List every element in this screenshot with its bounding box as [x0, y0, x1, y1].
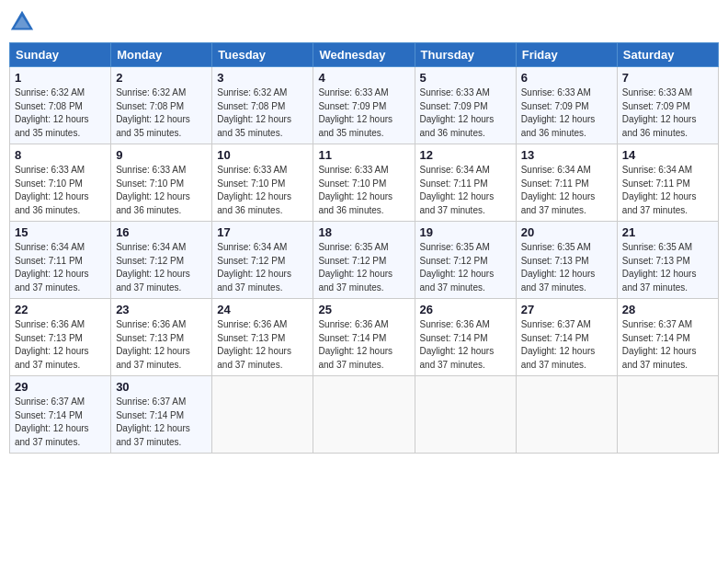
cell-info: Sunrise: 6:34 AMSunset: 7:12 PMDaylight:… — [116, 242, 190, 293]
cell-info: Sunrise: 6:36 AMSunset: 7:13 PMDaylight:… — [15, 319, 89, 370]
calendar-cell: 30Sunrise: 6:37 AMSunset: 7:14 PMDayligh… — [111, 376, 212, 454]
cell-info: Sunrise: 6:35 AMSunset: 7:12 PMDaylight:… — [420, 242, 495, 293]
day-number: 16 — [116, 225, 207, 239]
day-number: 13 — [521, 148, 612, 162]
calendar-cell: 6Sunrise: 6:33 AMSunset: 7:09 PMDaylight… — [516, 67, 617, 144]
calendar-cell — [415, 376, 516, 454]
calendar-week-row: 15Sunrise: 6:34 AMSunset: 7:11 PMDayligh… — [10, 222, 719, 299]
cell-info: Sunrise: 6:36 AMSunset: 7:13 PMDaylight:… — [116, 319, 190, 370]
cell-info: Sunrise: 6:35 AMSunset: 7:13 PMDaylight:… — [521, 242, 596, 293]
calendar-cell — [212, 376, 313, 454]
cell-info: Sunrise: 6:34 AMSunset: 7:12 PMDaylight:… — [217, 242, 291, 293]
day-number: 14 — [622, 148, 713, 162]
calendar-cell — [516, 376, 617, 454]
day-number: 8 — [15, 148, 106, 162]
calendar-cell: 27Sunrise: 6:37 AMSunset: 7:14 PMDayligh… — [516, 299, 617, 376]
day-number: 30 — [116, 380, 207, 394]
cell-info: Sunrise: 6:36 AMSunset: 7:14 PMDaylight:… — [420, 319, 495, 370]
day-number: 18 — [318, 225, 409, 239]
calendar-cell: 22Sunrise: 6:36 AMSunset: 7:13 PMDayligh… — [10, 299, 111, 376]
day-number: 27 — [521, 303, 612, 316]
day-number: 9 — [116, 148, 207, 162]
calendar-cell: 5Sunrise: 6:33 AMSunset: 7:09 PMDaylight… — [415, 67, 516, 144]
day-number: 23 — [116, 303, 207, 316]
calendar-cell — [617, 376, 718, 454]
calendar-cell: 17Sunrise: 6:34 AMSunset: 7:12 PMDayligh… — [212, 222, 313, 299]
calendar-cell: 14Sunrise: 6:34 AMSunset: 7:11 PMDayligh… — [617, 144, 718, 222]
cell-info: Sunrise: 6:37 AMSunset: 7:14 PMDaylight:… — [116, 396, 190, 447]
cell-info: Sunrise: 6:36 AMSunset: 7:13 PMDaylight:… — [217, 319, 291, 370]
logo-icon — [9, 9, 35, 35]
calendar-week-row: 29Sunrise: 6:37 AMSunset: 7:14 PMDayligh… — [10, 376, 719, 454]
calendar-cell: 9Sunrise: 6:33 AMSunset: 7:10 PMDaylight… — [111, 144, 212, 222]
calendar-cell: 21Sunrise: 6:35 AMSunset: 7:13 PMDayligh… — [617, 222, 718, 299]
calendar-cell: 11Sunrise: 6:33 AMSunset: 7:10 PMDayligh… — [313, 144, 415, 222]
cell-info: Sunrise: 6:37 AMSunset: 7:14 PMDaylight:… — [521, 319, 596, 370]
calendar-cell: 24Sunrise: 6:36 AMSunset: 7:13 PMDayligh… — [212, 299, 313, 376]
day-number: 4 — [318, 71, 409, 85]
day-number: 15 — [15, 225, 106, 239]
day-number: 2 — [116, 71, 207, 85]
day-number: 3 — [217, 71, 308, 85]
day-number: 5 — [420, 71, 511, 85]
cell-info: Sunrise: 6:33 AMSunset: 7:09 PMDaylight:… — [318, 87, 392, 138]
day-number: 26 — [420, 303, 511, 316]
calendar-day-header: Tuesday — [212, 43, 313, 67]
page-wrapper: SundayMondayTuesdayWednesdayThursdayFrid… — [9, 9, 719, 454]
calendar-day-header: Sunday — [10, 43, 111, 67]
cell-info: Sunrise: 6:32 AMSunset: 7:08 PMDaylight:… — [217, 87, 291, 138]
day-number: 28 — [622, 303, 713, 316]
calendar-cell: 10Sunrise: 6:33 AMSunset: 7:10 PMDayligh… — [212, 144, 313, 222]
day-number: 6 — [521, 71, 612, 85]
day-number: 19 — [420, 225, 511, 239]
calendar-day-header: Saturday — [617, 43, 718, 67]
calendar-cell: 1Sunrise: 6:32 AMSunset: 7:08 PMDaylight… — [10, 67, 111, 144]
cell-info: Sunrise: 6:33 AMSunset: 7:09 PMDaylight:… — [622, 87, 697, 138]
calendar-cell: 23Sunrise: 6:36 AMSunset: 7:13 PMDayligh… — [111, 299, 212, 376]
day-number: 25 — [318, 303, 409, 316]
cell-info: Sunrise: 6:34 AMSunset: 7:11 PMDaylight:… — [521, 165, 596, 215]
cell-info: Sunrise: 6:33 AMSunset: 7:10 PMDaylight:… — [318, 165, 392, 215]
calendar-cell: 29Sunrise: 6:37 AMSunset: 7:14 PMDayligh… — [10, 376, 111, 454]
cell-info: Sunrise: 6:32 AMSunset: 7:08 PMDaylight:… — [15, 87, 89, 138]
calendar-cell: 25Sunrise: 6:36 AMSunset: 7:14 PMDayligh… — [313, 299, 415, 376]
calendar-week-row: 22Sunrise: 6:36 AMSunset: 7:13 PMDayligh… — [10, 299, 719, 376]
day-number: 11 — [318, 148, 409, 162]
cell-info: Sunrise: 6:34 AMSunset: 7:11 PMDaylight:… — [622, 165, 697, 215]
day-number: 21 — [622, 225, 713, 239]
calendar-cell: 3Sunrise: 6:32 AMSunset: 7:08 PMDaylight… — [212, 67, 313, 144]
calendar-cell: 13Sunrise: 6:34 AMSunset: 7:11 PMDayligh… — [516, 144, 617, 222]
cell-info: Sunrise: 6:33 AMSunset: 7:10 PMDaylight:… — [116, 165, 190, 215]
calendar-cell — [313, 376, 415, 454]
calendar-header-row: SundayMondayTuesdayWednesdayThursdayFrid… — [10, 43, 719, 67]
logo — [9, 9, 39, 35]
calendar-cell: 18Sunrise: 6:35 AMSunset: 7:12 PMDayligh… — [313, 222, 415, 299]
calendar-cell: 4Sunrise: 6:33 AMSunset: 7:09 PMDaylight… — [313, 67, 415, 144]
calendar-cell: 8Sunrise: 6:33 AMSunset: 7:10 PMDaylight… — [10, 144, 111, 222]
calendar-cell: 28Sunrise: 6:37 AMSunset: 7:14 PMDayligh… — [617, 299, 718, 376]
day-number: 29 — [15, 380, 106, 394]
cell-info: Sunrise: 6:32 AMSunset: 7:08 PMDaylight:… — [116, 87, 190, 138]
cell-info: Sunrise: 6:37 AMSunset: 7:14 PMDaylight:… — [15, 396, 89, 447]
calendar-day-header: Monday — [111, 43, 212, 67]
calendar-day-header: Wednesday — [313, 43, 415, 67]
cell-info: Sunrise: 6:33 AMSunset: 7:10 PMDaylight:… — [15, 165, 89, 215]
day-number: 12 — [420, 148, 511, 162]
cell-info: Sunrise: 6:35 AMSunset: 7:12 PMDaylight:… — [318, 242, 392, 293]
calendar-day-header: Thursday — [415, 43, 516, 67]
cell-info: Sunrise: 6:36 AMSunset: 7:14 PMDaylight:… — [318, 319, 392, 370]
calendar-cell: 7Sunrise: 6:33 AMSunset: 7:09 PMDaylight… — [617, 67, 718, 144]
day-number: 7 — [622, 71, 713, 85]
calendar-week-row: 8Sunrise: 6:33 AMSunset: 7:10 PMDaylight… — [10, 144, 719, 222]
calendar-week-row: 1Sunrise: 6:32 AMSunset: 7:08 PMDaylight… — [10, 67, 719, 144]
day-number: 17 — [217, 225, 308, 239]
calendar-cell: 12Sunrise: 6:34 AMSunset: 7:11 PMDayligh… — [415, 144, 516, 222]
day-number: 24 — [217, 303, 308, 316]
day-number: 22 — [15, 303, 106, 316]
calendar-cell: 26Sunrise: 6:36 AMSunset: 7:14 PMDayligh… — [415, 299, 516, 376]
calendar-day-header: Friday — [516, 43, 617, 67]
cell-info: Sunrise: 6:35 AMSunset: 7:13 PMDaylight:… — [622, 242, 697, 293]
cell-info: Sunrise: 6:33 AMSunset: 7:09 PMDaylight:… — [521, 87, 596, 138]
cell-info: Sunrise: 6:37 AMSunset: 7:14 PMDaylight:… — [622, 319, 697, 370]
header — [9, 9, 719, 35]
